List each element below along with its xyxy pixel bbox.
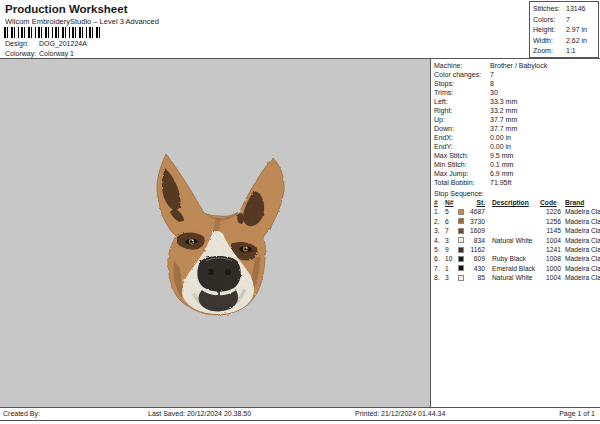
- machine-row: Color changes:7: [434, 70, 599, 79]
- colorway-label: Colorway:: [5, 50, 39, 57]
- summary-stitches: Stitches:13146: [533, 4, 598, 15]
- machine-row: Up:37.7 mm: [434, 115, 599, 124]
- dog-head-embroidery-preview: [150, 150, 290, 318]
- app-subtitle: Wilcom EmbroideryStudio – Level 3 Advanc…: [5, 17, 159, 26]
- stop-sequence-row: 4.3 834Natural White 1004Madeira Classic…: [434, 236, 599, 245]
- machine-row: Stops:8: [434, 79, 599, 88]
- stitch-texture: [150, 150, 290, 318]
- design-label: Design:: [5, 40, 39, 47]
- stop-sequence-row: 1.5 4687 1226Madeira Classic 40: [434, 207, 599, 216]
- machine-row: EndX:0.00 in: [434, 133, 599, 142]
- thread-swatch: [458, 209, 464, 215]
- thread-swatch: [458, 228, 464, 234]
- page-title: Production Worksheet: [5, 3, 127, 15]
- page-number: Page 1 of 1: [559, 410, 595, 417]
- machine-row: Trims:30: [434, 88, 599, 97]
- design-summary-box: Stitches:13146 Colors:7 Height:2.97 in W…: [529, 1, 599, 58]
- thread-swatch: [458, 275, 464, 281]
- colorway-row: Colorway: Colorway 1: [5, 50, 74, 57]
- machine-row: EndY:0.00 in: [434, 142, 599, 151]
- machine-row: Min Stitch:0.1 mm: [434, 160, 599, 169]
- summary-colors: Colors:7: [533, 15, 598, 26]
- footer-top-divider: [0, 407, 600, 408]
- machine-row: Machine:Brother / Babylock: [434, 61, 599, 70]
- printed-label: Printed: 21/12/2024 01.44.34: [355, 410, 445, 417]
- design-value: DOG_201224A: [39, 40, 87, 47]
- stop-sequence-header: # N# St. Description Code Brand: [434, 198, 599, 207]
- stop-sequence-row: 6.10 609Ruby Black 1008Madeira Classic 4…: [434, 254, 599, 263]
- stop-sequence-row: 2.6 3730 1256Madeira Classic 40: [434, 217, 599, 226]
- colorway-value: Colorway 1: [39, 50, 74, 57]
- last-saved-label: Last Saved: 20/12/2024 20.38.50: [148, 410, 251, 417]
- machine-row: Max Jump:6.9 mm: [434, 169, 599, 178]
- thread-swatch: [458, 218, 464, 224]
- stop-sequence-row: 7.1 430Emerald Black 1000Madeira Classic…: [434, 264, 599, 273]
- thread-swatch: [458, 256, 464, 262]
- production-worksheet-page: { "ui": { "canvas_bg": "#c7c7c7", "borde…: [0, 0, 600, 424]
- created-by-label: Created By:: [3, 410, 40, 417]
- machine-row: Total Bobbin:71.95ft: [434, 178, 599, 187]
- thread-swatch: [458, 237, 464, 243]
- machine-row: Down:37.7 mm: [434, 124, 599, 133]
- stop-sequence-title: Stop Sequence:: [434, 189, 599, 198]
- machine-info-panel: Machine:Brother / Babylock Color changes…: [430, 59, 600, 407]
- machine-row: Right:33.2 mm: [434, 106, 599, 115]
- footer-bottom-divider: [0, 420, 600, 421]
- machine-row: Left:33.3 mm: [434, 97, 599, 106]
- summary-zoom: Zoom:1:1: [533, 46, 598, 57]
- stop-sequence-row: 3.7 1609 1145Madeira Classic 40: [434, 226, 599, 235]
- thread-swatch: [458, 265, 464, 271]
- design-row: Design: DOG_201224A: [5, 40, 87, 47]
- summary-width: Width:2.62 in: [533, 36, 598, 47]
- stop-sequence-row: 5.9 1162 1241Madeira Classic 40: [434, 245, 599, 254]
- machine-row: Max Stitch:9.5 mm: [434, 151, 599, 160]
- thread-swatch: [458, 247, 464, 253]
- summary-height: Height:2.97 in: [533, 25, 598, 36]
- barcode: [4, 27, 101, 38]
- stop-sequence-row: 8.3 85Natural White 1004Madeira Classic …: [434, 273, 599, 282]
